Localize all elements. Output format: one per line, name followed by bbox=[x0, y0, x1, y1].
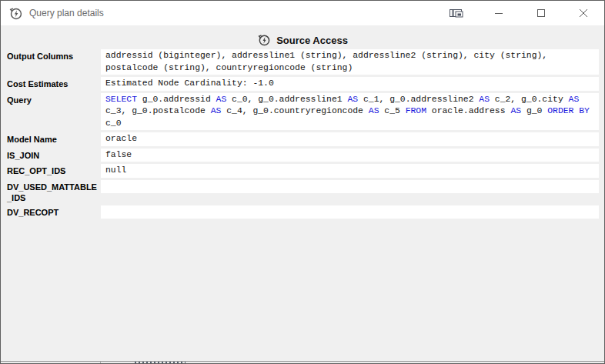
row-dv-used-mattable-ids: DV_USED_MATTABLE_IDS bbox=[1, 180, 599, 203]
output-columns-field[interactable]: addressid (biginteger), addressline1 (st… bbox=[101, 49, 599, 75]
minimize-icon[interactable] bbox=[477, 1, 520, 25]
row-label: Model Name bbox=[1, 132, 101, 145]
row-label: Query bbox=[1, 93, 101, 105]
titlebar[interactable]: Query plan details bbox=[1, 1, 604, 25]
row-label: IS_JOIN bbox=[1, 149, 101, 161]
maximize-icon[interactable] bbox=[520, 1, 562, 25]
row-label: DV_RECOPT bbox=[1, 205, 101, 218]
query-value-field[interactable]: SELECT g_0.addressid AS c_0, g_0.address… bbox=[101, 93, 599, 131]
row-dv-recopt: DV_RECOPT bbox=[1, 205, 599, 219]
row-label: Cost Estimates bbox=[1, 77, 101, 89]
background-window-edge bbox=[1, 361, 604, 363]
row-label: DV_USED_MATTABLE_IDS bbox=[1, 180, 101, 203]
source-access-icon bbox=[257, 33, 271, 47]
row-label: Output Columns bbox=[1, 49, 101, 62]
dock-window-icon[interactable] bbox=[435, 1, 477, 25]
window-title: Query plan details bbox=[29, 8, 104, 18]
row-output-columns: Output Columns addressid (biginteger), a… bbox=[1, 49, 599, 75]
rec-opt-ids-field[interactable]: null bbox=[101, 164, 599, 178]
is-join-field[interactable]: false bbox=[101, 149, 599, 162]
row-cost-estimates: Cost Estimates Estimated Node Cardinalit… bbox=[1, 77, 599, 91]
row-is-join: IS_JOIN false bbox=[1, 149, 599, 162]
query-plan-details-window: { "colors": { "keyword_blue": "#1414dd",… bbox=[0, 0, 605, 364]
query-plan-icon bbox=[8, 6, 23, 21]
row-query: Query SELECT g_0.addressid AS c_0, g_0.a… bbox=[1, 93, 599, 131]
cost-estimates-field[interactable]: Estimated Node Cardinality: -1.0 bbox=[101, 77, 599, 91]
model-name-field[interactable]: oracle bbox=[101, 132, 599, 146]
dv-used-mattable-ids-field[interactable] bbox=[101, 180, 599, 194]
plan-details: Output Columns addressid (biginteger), a… bbox=[1, 49, 604, 219]
row-label: REC_OPT_IDS bbox=[1, 164, 101, 176]
node-header: Source Access bbox=[1, 25, 604, 48]
close-icon[interactable] bbox=[562, 1, 604, 25]
node-title: Source Access bbox=[276, 35, 348, 46]
row-model-name: Model Name oracle bbox=[1, 132, 599, 146]
row-rec-opt-ids: REC_OPT_IDS null bbox=[1, 164, 599, 178]
dv-recopt-field[interactable] bbox=[101, 205, 599, 219]
window-controls bbox=[435, 1, 604, 25]
